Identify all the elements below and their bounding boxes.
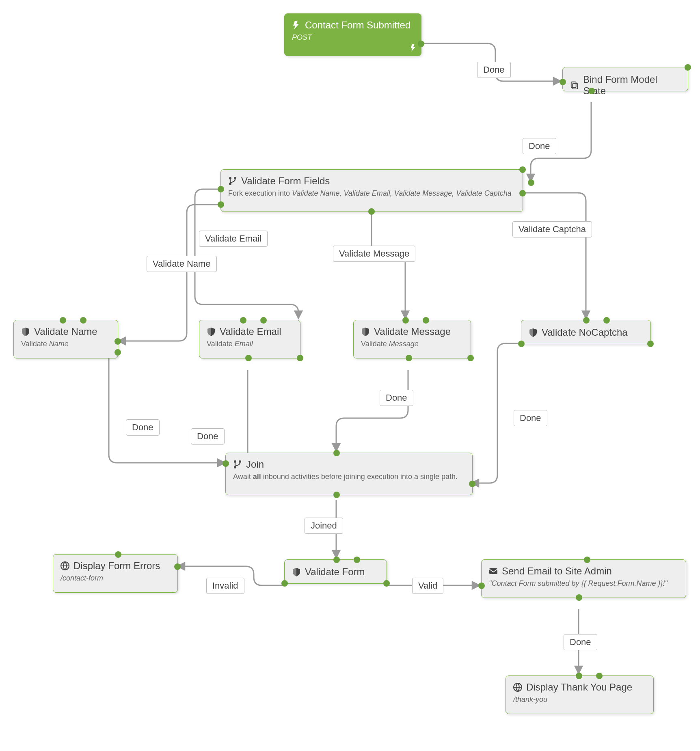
bolt-icon [410, 44, 417, 53]
node-title: Contact Form Submitted [305, 19, 410, 31]
shield-icon [207, 327, 216, 336]
copy-icon [570, 81, 579, 90]
node-subtitle: /contact-form [60, 574, 170, 583]
node-title: Validate NoCaptcha [542, 327, 628, 338]
edge-label: Done [564, 634, 597, 650]
edge-label: Invalid [206, 578, 244, 594]
shield-icon [21, 327, 30, 336]
node-display-form-errors[interactable]: Display Form Errors /contact-form [53, 554, 178, 593]
node-subtitle: Validate Name [21, 340, 110, 348]
bolt-icon [292, 21, 301, 30]
node-title: Send Email to Site Admin [502, 565, 612, 577]
edge-label: Validate Name [147, 256, 217, 272]
edge-label: Valid [412, 578, 443, 594]
edge-label: Joined [305, 518, 343, 534]
node-display-thank-you[interactable]: Display Thank You Page /thank-you [506, 675, 654, 714]
node-validate-form[interactable]: Validate Form [284, 559, 387, 584]
node-title: Display Thank You Page [526, 682, 632, 693]
node-send-email[interactable]: Send Email to Site Admin "Contact Form s… [481, 559, 686, 598]
edge-label: Done [126, 419, 160, 436]
node-join[interactable]: Join Await all inbound activities before… [225, 453, 473, 495]
node-title: Bind Form Model State [583, 74, 681, 97]
node-title: Validate Form Fields [241, 175, 330, 187]
node-subtitle: /thank-you [513, 695, 646, 704]
node-title: Validate Name [34, 326, 97, 337]
node-subtitle: Validate Email [207, 340, 293, 348]
node-subtitle: Fork execution into Validate Name, Valid… [228, 189, 515, 198]
node-title: Display Form Errors [73, 560, 160, 572]
edge-label: Validate Email [199, 231, 268, 247]
edge-label: Done [191, 428, 225, 445]
node-validate-name[interactable]: Validate Name Validate Name [13, 320, 118, 358]
node-contact-form-submitted[interactable]: Contact Form Submitted POST [284, 13, 421, 56]
node-title: Validate Form [305, 566, 365, 578]
node-subtitle: POST [292, 33, 414, 42]
node-title: Validate Email [220, 326, 281, 337]
node-validate-email[interactable]: Validate Email Validate Email [199, 320, 300, 358]
globe-icon [60, 561, 69, 570]
branch-icon [228, 177, 237, 186]
node-validate-form-fields[interactable]: Validate Form Fields Fork execution into… [220, 169, 523, 212]
edge-label: Done [523, 138, 556, 154]
node-title: Join [246, 459, 264, 470]
node-subtitle: Await all inbound activities before join… [233, 473, 465, 481]
edge-label: Done [477, 62, 511, 78]
node-validate-message[interactable]: Validate Message Validate Message [353, 320, 471, 358]
node-subtitle: Validate Message [361, 340, 463, 348]
branch-icon [233, 460, 242, 469]
edge-label: Validate Captcha [512, 221, 592, 237]
globe-icon [513, 683, 522, 692]
shield-icon [361, 327, 370, 336]
node-bind-form-model-state[interactable]: Bind Form Model State [562, 67, 688, 91]
shield-icon [292, 568, 301, 576]
node-subtitle: "Contact Form submitted by {{ Request.Fo… [489, 579, 678, 588]
node-title: Validate Message [374, 326, 451, 337]
edge-label: Validate Message [333, 246, 415, 262]
envelope-icon [489, 567, 498, 576]
edge-label: Done [514, 410, 547, 426]
node-validate-nocaptcha[interactable]: Validate NoCaptcha [521, 320, 651, 344]
shield-icon [529, 328, 538, 337]
edge-label: Done [380, 390, 413, 406]
